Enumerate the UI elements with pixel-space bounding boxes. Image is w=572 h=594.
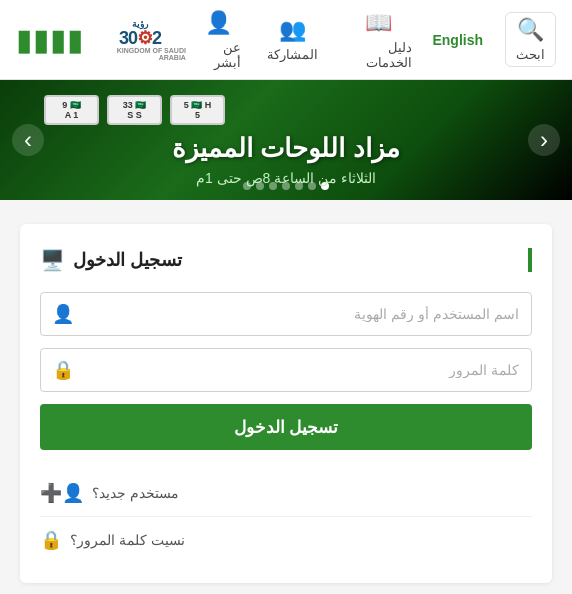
new-user-link[interactable]: مستخدم جديد؟ 👤➕ <box>40 470 532 517</box>
promo-banner: ‹ 5 🇸🇦 H5 33 🇸🇦S S 9 🇸🇦A 1 مزاد اللوحات … <box>0 80 572 200</box>
services-label: دليل الخدمات <box>344 40 412 70</box>
user-icon: 👤 <box>52 303 74 325</box>
login-submit-label: تسجيل الدخول <box>234 417 339 438</box>
banner-next-arrow[interactable]: › <box>12 124 44 156</box>
banner-subtitle: الثلاثاء من الساعة 8ص حتى 1م <box>44 170 528 186</box>
vision-number: 2⚙30 <box>119 29 161 47</box>
login-card: تسجيل الدخول 🖥️ 👤 🔒 تسجيل الدخول مستخدم … <box>20 224 552 583</box>
username-group: 👤 <box>40 292 532 336</box>
participation-label: المشاركة <box>267 47 318 62</box>
plate-item: 9 🇸🇦A 1 <box>44 95 99 125</box>
new-user-text: مستخدم جديد؟ <box>92 485 179 501</box>
forgot-password-text: نسيت كلمة المرور؟ <box>70 532 185 548</box>
banner-prev-arrow[interactable]: ‹ <box>528 124 560 156</box>
login-title: تسجيل الدخول <box>73 249 182 271</box>
header-nav-right: 🔍 ابحث English <box>422 12 556 67</box>
plate-item: 33 🇸🇦S S <box>107 95 162 125</box>
absher-nav-item[interactable]: 👤 عن أبشر <box>186 6 251 74</box>
search-label: ابحث <box>516 47 545 62</box>
header-logo-area: رؤية 2⚙30 KINGDOM OF SAUDI ARABIA ▮▮▮▮ <box>16 19 186 61</box>
login-title-icon: 🖥️ <box>40 248 65 272</box>
forgot-lock-icon: 🔒 <box>40 529 62 551</box>
password-input[interactable] <box>40 348 532 392</box>
header-nav-center: 📖 دليل الخدمات 👥 المشاركة 👤 عن أبشر <box>186 6 423 74</box>
barcode-icon: ▮▮▮▮ <box>16 22 84 57</box>
banner-plates-row: 5 🇸🇦 H5 33 🇸🇦S S 9 🇸🇦A 1 <box>44 95 528 125</box>
search-icon: 🔍 <box>517 17 544 43</box>
add-user-icon: 👤➕ <box>40 482 84 504</box>
vision-2030-logo: رؤية 2⚙30 KINGDOM OF SAUDI ARABIA <box>94 19 186 61</box>
password-group: 🔒 <box>40 348 532 392</box>
banner-content: 5 🇸🇦 H5 33 🇸🇦S S 9 🇸🇦A 1 مزاد اللوحات ال… <box>44 95 528 186</box>
absher-label: عن أبشر <box>196 40 241 70</box>
book-icon: 📖 <box>365 10 392 36</box>
people-icon: 👥 <box>279 17 306 43</box>
login-submit-button[interactable]: تسجيل الدخول <box>40 404 532 450</box>
search-nav-item[interactable]: 🔍 ابحث <box>505 12 556 67</box>
vision-country: KINGDOM OF SAUDI ARABIA <box>94 47 186 61</box>
main-header: 🔍 ابحث English 📖 دليل الخدمات 👥 المشاركة… <box>0 0 572 80</box>
plate-item: 5 🇸🇦 H5 <box>170 95 225 125</box>
lock-icon: 🔒 <box>52 359 74 381</box>
username-input[interactable] <box>40 292 532 336</box>
english-label: English <box>432 32 483 48</box>
services-nav-item[interactable]: 📖 دليل الخدمات <box>334 6 422 74</box>
bottom-links-section: مستخدم جديد؟ 👤➕ نسيت كلمة المرور؟ 🔒 <box>40 470 532 563</box>
main-content-area: تسجيل الدخول 🖥️ 👤 🔒 تسجيل الدخول مستخدم … <box>0 200 572 594</box>
english-toggle[interactable]: English <box>422 28 493 52</box>
forgot-password-link[interactable]: نسيت كلمة المرور؟ 🔒 <box>40 517 532 563</box>
absher-icon: 👤 <box>205 10 232 36</box>
login-card-header: تسجيل الدخول 🖥️ <box>40 248 532 272</box>
banner-title: مزاد اللوحات المميزة <box>44 133 528 164</box>
participation-nav-item[interactable]: 👥 المشاركة <box>257 13 328 66</box>
